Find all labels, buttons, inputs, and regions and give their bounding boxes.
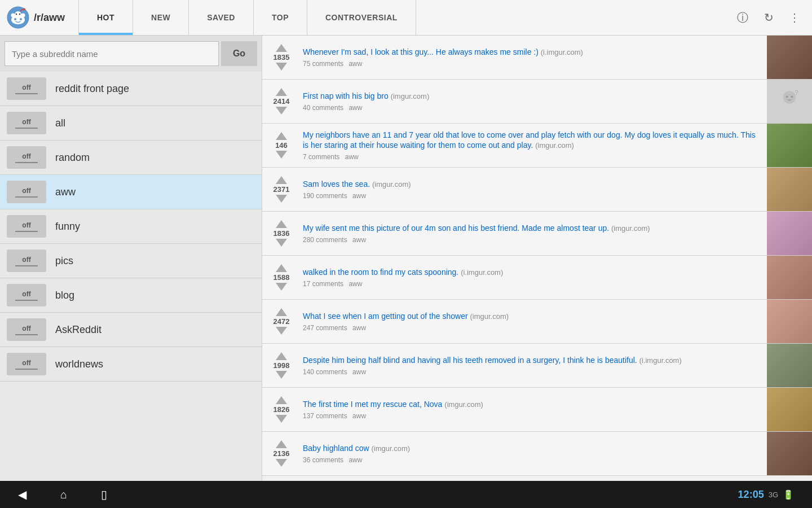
upvote-button[interactable] xyxy=(276,440,287,448)
sidebar-item-funny[interactable]: off funny xyxy=(0,209,262,244)
upvote-button[interactable] xyxy=(276,44,287,52)
post-content: walked in the room to find my cats spoon… xyxy=(301,256,767,299)
svg-text:?: ? xyxy=(795,89,798,95)
post-thumbnail[interactable] xyxy=(767,124,812,167)
tab-saved[interactable]: SAVED xyxy=(189,0,254,35)
toggle-funny[interactable]: off xyxy=(7,215,46,238)
sidebar-label-frontpage: reddit front page xyxy=(55,83,129,95)
downvote-button[interactable] xyxy=(276,283,287,291)
back-button[interactable]: ◀ xyxy=(18,488,27,501)
downvote-button[interactable] xyxy=(276,63,287,71)
toggle-askreddit[interactable]: off xyxy=(7,318,46,341)
toggle-pics[interactable]: off xyxy=(7,249,46,272)
search-bar: Go xyxy=(0,36,262,72)
toggle-aww[interactable]: off xyxy=(7,181,46,203)
post-thumbnail[interactable] xyxy=(767,168,812,211)
downvote-button[interactable] xyxy=(276,371,287,379)
post-thumbnail[interactable] xyxy=(767,344,812,387)
post-title[interactable]: What I see when I am getting out of the … xyxy=(303,311,762,322)
post-thumbnail[interactable] xyxy=(767,36,812,79)
vote-section: 1998 xyxy=(262,344,301,387)
sidebar-item-blog[interactable]: off blog xyxy=(0,278,262,313)
sidebar-label-blog: blog xyxy=(55,290,74,301)
upvote-button[interactable] xyxy=(276,220,287,228)
post-domain: (i.imgur.com) xyxy=(461,268,503,277)
tab-top[interactable]: TOP xyxy=(254,0,307,35)
sidebar-item-frontpage[interactable]: off reddit front page xyxy=(0,72,262,106)
upvote-button[interactable] xyxy=(276,264,287,272)
post-meta: 247 comments aww xyxy=(303,324,762,332)
upvote-button[interactable] xyxy=(276,308,287,316)
info-icon[interactable]: ⓘ xyxy=(734,9,751,26)
toggle-blog[interactable]: off xyxy=(7,284,46,306)
search-input[interactable] xyxy=(5,41,219,66)
post-item: 2414 First nap with his big bro (imgur.c… xyxy=(262,80,812,124)
vote-count: 2472 xyxy=(273,317,290,326)
tab-new[interactable]: NEW xyxy=(133,0,189,35)
sidebar: Go off reddit front page off all off ran… xyxy=(0,36,262,481)
comment-count: 75 comments xyxy=(303,60,343,68)
top-bar: /r/aww HOT NEW SAVED TOP CONTROVERSIAL ⓘ… xyxy=(0,0,812,36)
sidebar-label-all: all xyxy=(55,117,65,129)
upvote-button[interactable] xyxy=(276,352,287,360)
vote-section: 2136 xyxy=(262,432,301,475)
more-icon[interactable]: ⋮ xyxy=(786,9,803,26)
post-subreddit: aww xyxy=(352,324,366,332)
downvote-button[interactable] xyxy=(276,459,287,467)
post-title[interactable]: The first time I met my rescue cat, Nova… xyxy=(303,399,762,410)
post-title[interactable]: walked in the room to find my cats spoon… xyxy=(303,267,762,278)
sidebar-label-funny: funny xyxy=(55,221,80,233)
downvote-button[interactable] xyxy=(276,415,287,423)
svg-point-5 xyxy=(11,14,15,17)
post-content: Sam loves the sea. (imgur.com) 190 comme… xyxy=(301,168,767,211)
vote-section: 2414 xyxy=(262,80,301,123)
post-thumbnail[interactable] xyxy=(767,432,812,475)
upvote-button[interactable] xyxy=(276,396,287,404)
toggle-all[interactable]: off xyxy=(7,112,46,134)
reddit-logo-icon xyxy=(7,6,29,29)
downvote-button[interactable] xyxy=(276,107,287,115)
sidebar-item-all[interactable]: off all xyxy=(0,106,262,141)
post-thumbnail[interactable] xyxy=(767,300,812,343)
go-button[interactable]: Go xyxy=(221,41,257,66)
post-domain: (imgur.com) xyxy=(444,400,483,409)
sidebar-item-askreddit[interactable]: off AskReddit xyxy=(0,313,262,347)
vote-section: 1826 xyxy=(262,388,301,431)
post-thumbnail[interactable] xyxy=(767,256,812,299)
post-thumbnail[interactable] xyxy=(767,388,812,431)
toggle-random[interactable]: off xyxy=(7,146,46,169)
tab-hot[interactable]: HOT xyxy=(79,0,133,35)
sidebar-item-pics[interactable]: off pics xyxy=(0,244,262,278)
post-title[interactable]: Despite him being half blind and having … xyxy=(303,355,762,366)
post-title[interactable]: Sam loves the sea. (imgur.com) xyxy=(303,179,762,190)
sidebar-item-random[interactable]: off random xyxy=(0,141,262,175)
downvote-button[interactable] xyxy=(276,239,287,247)
post-meta: 17 comments aww xyxy=(303,280,762,288)
post-item: 1835 Whenever I'm sad, I look at this gu… xyxy=(262,36,812,80)
refresh-icon[interactable]: ↻ xyxy=(760,9,777,26)
post-title[interactable]: Whenever I'm sad, I look at this guy... … xyxy=(303,47,762,58)
downvote-button[interactable] xyxy=(276,195,287,203)
upvote-button[interactable] xyxy=(276,132,287,140)
android-bottom-bar: ◀ ⌂ ▯ 12:05 3G 🔋 xyxy=(0,481,812,508)
sidebar-item-aww[interactable]: off aww xyxy=(0,175,262,209)
toggle-worldnews[interactable]: off xyxy=(7,353,46,375)
upvote-button[interactable] xyxy=(276,176,287,184)
recents-button[interactable]: ▯ xyxy=(101,488,107,501)
post-title[interactable]: First nap with his big bro (imgur.com) xyxy=(303,91,762,102)
tab-controversial[interactable]: CONTROVERSIAL xyxy=(307,0,416,35)
svg-point-3 xyxy=(20,18,22,20)
post-thumbnail[interactable]: ? xyxy=(767,80,812,123)
home-button[interactable]: ⌂ xyxy=(60,488,67,501)
post-thumbnail[interactable] xyxy=(767,212,812,255)
upvote-button[interactable] xyxy=(276,88,287,96)
post-title[interactable]: My wife sent me this picture of our 4m s… xyxy=(303,223,762,234)
downvote-button[interactable] xyxy=(276,327,287,335)
post-title[interactable]: Baby highland cow (imgur.com) xyxy=(303,443,762,454)
vote-section: 2371 xyxy=(262,168,301,211)
svg-point-9 xyxy=(23,8,25,11)
post-title[interactable]: My neighbors have an 11 and 7 year old t… xyxy=(303,130,762,151)
toggle-frontpage[interactable]: off xyxy=(7,77,46,100)
downvote-button[interactable] xyxy=(276,151,287,159)
sidebar-item-worldnews[interactable]: off worldnews xyxy=(0,347,262,382)
